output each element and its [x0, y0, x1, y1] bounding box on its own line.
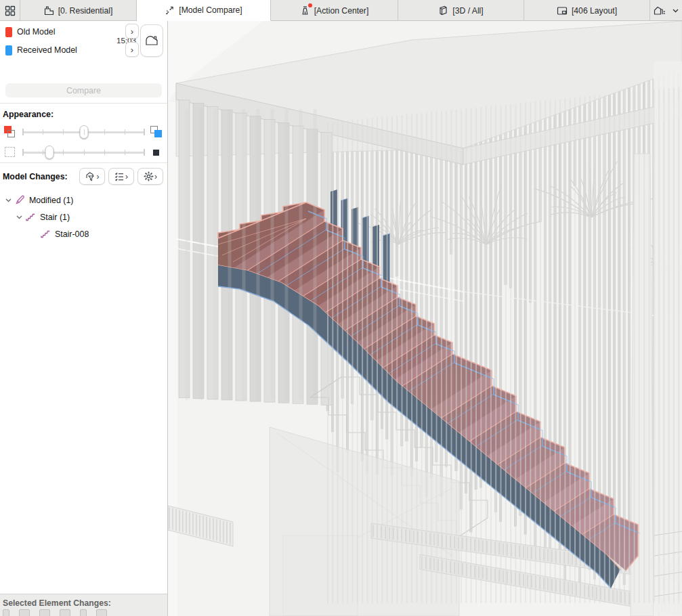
compare-button[interactable]: Compare [5, 83, 162, 97]
filter-house-icon [85, 171, 96, 181]
transparency-slider-row [0, 142, 167, 162]
model-compare-panel: Old Model Received Model 15:03 › › Compa… [0, 21, 168, 616]
tab-3d-all[interactable]: [3D / All] [398, 0, 524, 21]
chevron-down-icon [673, 9, 679, 13]
received-model-picker-button[interactable]: › [125, 42, 139, 57]
model-preview-button[interactable] [140, 24, 163, 57]
settings-button[interactable]: › [137, 168, 163, 185]
tree-item-stair-008[interactable]: Stair-008 [0, 225, 167, 242]
model-changes-header: Model Changes: › › [0, 163, 167, 189]
tree-item-label: Stair (1) [40, 213, 70, 222]
modified-pencil-icon [15, 195, 25, 205]
chevron-right-icon: › [154, 173, 157, 181]
action-center-icon [300, 5, 310, 16]
floor-plan-icon [44, 6, 54, 16]
old-model-color-swatch [5, 27, 12, 37]
checklist-icon [114, 172, 125, 181]
layout-icon [557, 6, 568, 16]
model-changes-tree: Modified (1) Stair (1) [0, 189, 167, 242]
tab-action-center[interactable]: [Action Center] [271, 0, 398, 21]
tab-406-layout[interactable]: [406 Layout] [524, 0, 650, 21]
tab-navigator-menu[interactable] [650, 0, 682, 21]
tree-item-label: Modified (1) [29, 196, 73, 205]
appearance-slider-2-thumb[interactable] [45, 146, 54, 159]
received-model-label: Received Model [17, 45, 77, 55]
old-model-row: Old Model [5, 24, 55, 39]
compare-button-label: Compare [66, 86, 101, 95]
appearance-slider-2[interactable] [22, 146, 145, 159]
tab-model-compare[interactable]: [Model Compare] [137, 0, 271, 21]
old-model-label: Old Model [17, 27, 55, 37]
3d-view-icon [438, 5, 448, 16]
disabled-toolbar-stubs [0, 609, 167, 616]
selected-element-changes-label: Selected Element Changes: [0, 594, 167, 609]
navigator-house-icon [654, 5, 668, 16]
tab-bar: [0. Residential] [Model Compare] [0, 0, 682, 21]
tab-label: [3D / All] [452, 6, 483, 16]
selected-element-changes-section: Selected Element Changes: [0, 594, 167, 616]
gear-icon [144, 171, 154, 181]
tree-item-label: Stair-008 [55, 229, 89, 239]
model-compare-icon [165, 5, 175, 16]
archicad-window: [0. Residential] [Model Compare] [0, 0, 682, 616]
appearance-label: Appearance: [0, 104, 167, 122]
filter-changes-button[interactable]: › [79, 168, 105, 185]
3d-viewport[interactable] [168, 21, 682, 616]
3d-scene [168, 21, 682, 616]
received-model-row: Received Model [5, 43, 77, 58]
tab-residential[interactable]: [0. Residential] [20, 0, 137, 21]
chevron-right-icon: › [97, 173, 100, 181]
tab-label: [Action Center] [314, 6, 369, 16]
grid-icon [5, 5, 16, 16]
stair-icon [41, 229, 51, 238]
tree-item-stair-group[interactable]: Stair (1) [0, 208, 167, 225]
model-house-icon [145, 35, 158, 47]
stair-icon [26, 213, 36, 221]
collapse-chevron-icon[interactable] [15, 215, 23, 219]
received-model-color-swatch [5, 45, 12, 56]
opaque-extreme-icon [150, 146, 163, 159]
old-model-picker-button[interactable]: › [125, 24, 139, 39]
received-color-extreme-icon [150, 125, 163, 139]
change-list-options-button[interactable]: › [108, 168, 134, 185]
transparent-extreme-icon [4, 146, 18, 159]
model-changes-label: Model Changes: [3, 172, 68, 181]
color-appearance-slider-row [0, 122, 167, 142]
collapse-chevron-icon[interactable] [4, 198, 12, 202]
window-layout-button[interactable] [0, 0, 20, 21]
old-color-extreme-icon [4, 125, 18, 139]
chevron-right-icon: › [125, 173, 128, 181]
tab-label: [0. Residential] [58, 6, 113, 16]
tab-label: [406 Layout] [572, 6, 617, 16]
notification-dot [308, 3, 312, 7]
tree-item-modified[interactable]: Modified (1) [0, 192, 167, 208]
tab-label: [Model Compare] [179, 5, 242, 15]
appearance-slider-1[interactable] [22, 125, 145, 139]
models-section: Old Model Received Model 15:03 › › [0, 21, 167, 81]
